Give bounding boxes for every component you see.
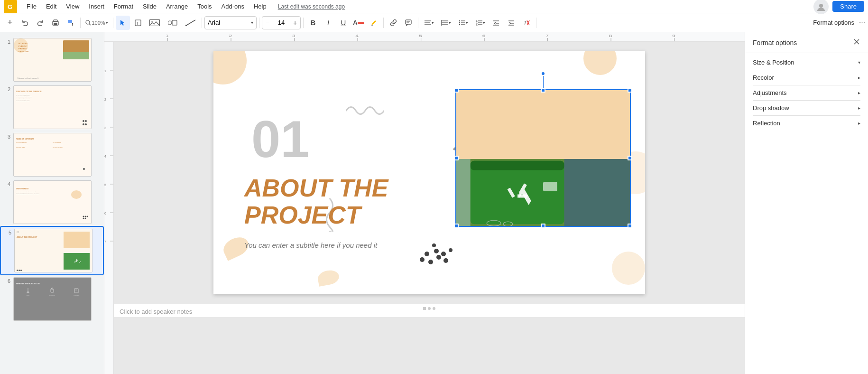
menu-format[interactable]: Format [110,2,137,11]
add-button[interactable]: + [3,16,17,30]
link-button[interactable] [386,16,400,30]
separator-7 [418,18,418,28]
adjustments-section[interactable]: Adjustments ▸ [753,85,860,96]
handle-bl[interactable] [454,224,459,228]
slide-item-3[interactable]: 3 TABLE OF CONTENTS 01 About the project… [0,131,104,178]
drop-shadow-expand-icon[interactable]: ▸ [858,105,860,111]
zoom-control[interactable]: 100% ▾ [83,16,111,30]
slide-number-5: 5 [5,229,11,235]
notes-placeholder[interactable]: Click to add speaker notes [120,308,192,315]
drop-shadow-section[interactable]: Drop shadow ▸ [753,100,860,112]
font-size-input[interactable]: 14 [273,17,290,29]
italic-button[interactable]: I [321,16,335,30]
handle-bm[interactable] [541,224,545,228]
menu-edit[interactable]: Edit [42,2,60,11]
slide-item-2[interactable]: 2 CONTENTS OF THIS TEMPLATE 1. Add Your … [0,84,104,131]
menu-addons[interactable]: Add-ons [218,2,248,11]
canvas-inner: 1 2 3 4 5 6 7 [104,42,745,374]
align-button[interactable]: ▾ [421,16,437,30]
svg-point-50 [83,216,84,217]
menu-insert[interactable]: Insert [85,2,108,11]
menu-file[interactable]: File [23,2,40,11]
svg-point-14 [168,21,172,25]
svg-point-2 [819,4,823,8]
comment-button[interactable] [401,16,416,30]
undo-button[interactable] [18,16,32,30]
svg-text:7: 7 [545,34,549,38]
separator-5 [303,18,304,28]
font-size-decrease[interactable]: − [262,19,273,27]
shapes-tool[interactable] [164,16,181,30]
menu-help[interactable]: Help [250,2,270,11]
slide-item-5[interactable]: 5 01 ABOUT THE PROJECT [0,226,104,275]
adjustments-expand-icon[interactable]: ▸ [858,90,860,95]
reflection-section[interactable]: Reflection ▸ [753,115,860,127]
svg-rect-5 [54,23,57,25]
handle-ml[interactable] [454,156,459,160]
slide-thumb-3: TABLE OF CONTENTS 01 About the project04… [13,133,92,177]
cursor-tool[interactable] [116,16,130,30]
font-family-select[interactable]: Arial ▾ [204,16,257,29]
bold-button[interactable]: B [306,16,320,30]
clear-format-button[interactable]: T [519,16,534,30]
deco-teardrop-bc [317,269,341,286]
recolor-expand-icon[interactable]: ▸ [858,75,860,80]
print-button[interactable] [48,16,63,30]
canvas-scroll-area[interactable]: 01 ABOUT THE PROJECT You can enter a sub… [114,42,745,374]
underline-button[interactable]: U [336,16,351,30]
handle-mr[interactable] [628,156,632,160]
svg-text:1: 1 [104,69,106,73]
selected-image-group[interactable] [455,89,631,227]
slide-item-1[interactable]: 1 NO MORE PLASTIC PROJECT PROPOSAL [0,36,104,84]
slide-number-3: 3 [4,133,10,140]
slide-canvas[interactable]: 01 ABOUT THE PROJECT You can enter a sub… [213,51,645,294]
format-panel-close-icon[interactable] [853,38,860,47]
font-size-increase[interactable]: + [290,19,300,27]
separator-1 [80,18,81,28]
line-spacing-button[interactable]: ▾ [438,16,454,30]
handle-tr[interactable] [628,88,632,93]
slide-thumb-5: 01 ABOUT THE PROJECT [14,229,92,272]
menu-arrange[interactable]: Arrange [162,2,192,11]
menu-slide[interactable]: Slide [139,2,160,11]
paintformat-button[interactable] [64,16,78,30]
separator-6 [383,18,384,28]
more-options-icon[interactable]: ⋯ [859,19,865,26]
share-button[interactable]: Share [832,1,864,12]
redo-button[interactable] [33,16,47,30]
slide-item-4[interactable]: 4 OUR COMPANY You can place your text he… [0,178,104,226]
svg-line-16 [186,20,195,26]
font-color-button[interactable]: A [351,16,366,30]
rotation-handle[interactable] [541,71,545,76]
section-expand-icon[interactable]: ▾ [858,60,860,65]
svg-rect-118 [564,159,630,226]
font-size-control[interactable]: − 14 + [262,16,301,29]
svg-rect-19 [406,20,411,24]
handle-br[interactable] [628,224,632,228]
handle-tm[interactable] [541,88,545,93]
handle-tl[interactable] [454,88,459,93]
reflection-expand-icon[interactable]: ▸ [858,121,860,126]
slide-item-6[interactable]: 6 WHAT WE ARE WORKING ON Retail Resident… [0,275,104,323]
slide-subtitle[interactable]: You can enter a subtitle here if you nee… [244,241,377,249]
line-tool[interactable] [182,16,199,30]
image-tool[interactable] [146,16,163,30]
svg-text:5: 5 [104,183,106,187]
textbox-tool[interactable]: T [131,16,145,30]
menu-tools[interactable]: Tools [194,2,215,11]
svg-point-57 [51,288,53,290]
highlight-button[interactable] [367,16,381,30]
numbered-list-button[interactable]: 1.2.3. ▾ [472,16,488,30]
format-options-btn[interactable]: Format options ⋯ [813,19,865,26]
svg-marker-9 [120,20,125,26]
slide-main-title[interactable]: ABOUT THE PROJECT [244,175,388,229]
indent-less-button[interactable] [489,16,503,30]
notes-bar[interactable]: Click to add speaker notes [114,304,745,317]
indent-more-button[interactable] [504,16,518,30]
bullet-list-button[interactable]: ▾ [455,16,471,30]
avatar[interactable] [813,0,829,14]
size-position-section[interactable]: Size & Position ▾ [753,59,860,66]
svg-point-103 [420,257,425,262]
menu-view[interactable]: View [62,2,83,11]
recolor-section[interactable]: Recolor ▸ [753,70,860,81]
